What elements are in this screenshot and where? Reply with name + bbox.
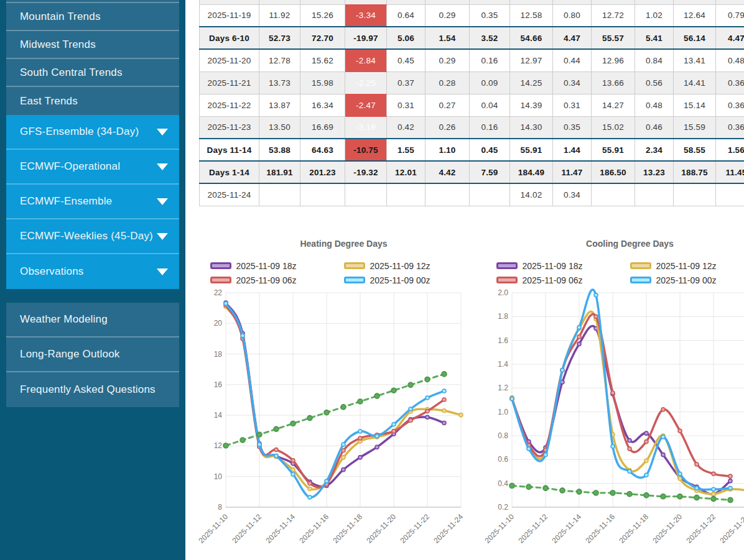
sidebar-item-observations[interactable]: Observations: [6, 254, 179, 289]
x-tick-label: 2025-11-12: [230, 512, 263, 544]
table-cell: 15.98: [300, 71, 345, 94]
table-cell: 4.42: [425, 161, 470, 183]
table-cell: 0.37: [387, 71, 425, 94]
data-point: [628, 438, 631, 442]
table-cell: [553, 0, 592, 4]
data-point: [409, 418, 412, 422]
sidebar-item-weather-modeling[interactable]: Weather Modeling: [6, 303, 179, 337]
departure-cell: -2.84: [345, 49, 387, 71]
table-cell: 0.36: [716, 116, 744, 139]
data-point: [459, 413, 463, 416]
table-cell: 12.72: [592, 4, 635, 27]
sidebar-item-south-central-trends[interactable]: South Central Trends: [6, 59, 179, 87]
legend-item-2025-11-09-12z[interactable]: 2025-11-09 12z: [630, 261, 744, 271]
sidebar-group-1: Mountain TrendsMidwest TrendsSouth Centr…: [6, 3, 179, 115]
legend-item-2025-11-09-00z[interactable]: 2025-11-09 00z: [344, 275, 478, 285]
legend-label: 2025-11-09 12z: [656, 261, 717, 271]
table-cell: 12.01: [387, 161, 425, 183]
table-cell: 0.79: [716, 4, 744, 27]
data-point: [257, 432, 262, 437]
data-point: [577, 325, 581, 329]
sidebar-item-ecmwf-operational[interactable]: ECMWF-Operational: [6, 150, 179, 185]
table-cell: 13.73: [259, 71, 300, 94]
sidebar-item-ecmwf-weeklies-45-day[interactable]: ECMWF-Weeklies (45-Day): [6, 219, 179, 254]
data-point: [442, 371, 447, 376]
sidebar-item-midwest-trends[interactable]: Midwest Trends: [6, 31, 179, 59]
sidebar-item-frequently-asked-questions[interactable]: Frequently Asked Questions: [6, 372, 179, 407]
table-cell: 52.73: [259, 27, 300, 49]
data-point: [341, 404, 346, 409]
svg-text:20: 20: [214, 319, 223, 328]
table-cell: 0.29: [425, 49, 470, 71]
legend-swatch-icon: [344, 262, 365, 269]
data-point: [241, 334, 244, 337]
x-tick-label: 2025-11-22: [398, 512, 431, 544]
table-cell: 13.41: [674, 49, 716, 71]
data-point: [628, 469, 631, 473]
x-tick-label: 2025-11-14: [550, 512, 583, 544]
departure-cell: -2.47: [345, 94, 387, 116]
data-point: [712, 492, 715, 495]
data-point: [291, 472, 295, 476]
sidebar-item-label: ECMWF-Operational: [20, 160, 120, 173]
x-tick-label: 2025-11-18: [617, 512, 650, 544]
sidebar-item-gfs-ensemble-34-day[interactable]: GFS-Ensemble (34-Day): [6, 115, 179, 150]
data-point: [342, 467, 345, 471]
table-cell: 0.04: [470, 94, 510, 116]
legend-item-2025-11-09-18z[interactable]: 2025-11-09 18z: [210, 261, 344, 271]
legend-swatch-icon: [496, 277, 518, 283]
sidebar-item-label: Observations: [20, 265, 84, 278]
legend-swatch-icon: [210, 262, 231, 269]
table-cell: 58.55: [674, 139, 716, 161]
table-cell: 15.59: [674, 116, 716, 139]
table-cell: 0.80: [553, 4, 592, 27]
departure-cell: -3.19: [345, 116, 387, 139]
series-2025-11-09-12z: [510, 311, 744, 496]
sidebar-item-label: East Trends: [20, 95, 78, 108]
data-point: [661, 452, 665, 456]
data-point: [577, 334, 581, 338]
table-cell: 0.56: [635, 71, 674, 94]
departure-cell: -19.32: [345, 161, 387, 183]
table-cell: 0.36: [716, 94, 744, 116]
sidebar-item-mountain-trends[interactable]: Mountain Trends: [6, 3, 179, 31]
data-point: [223, 443, 228, 448]
table-cell: 15.02: [592, 116, 635, 139]
data-point: [442, 408, 446, 412]
row-label-cell: Days 6-10: [200, 27, 259, 49]
legend-label: 2025-11-09 00z: [370, 275, 430, 285]
sidebar-item-east-trends[interactable]: East Trends: [6, 87, 179, 115]
data-point: [392, 429, 396, 433]
x-tick-label: 2025-11-16: [297, 512, 330, 544]
legend-item-2025-11-09-12z[interactable]: 2025-11-09 12z: [344, 261, 478, 271]
table-row: 2025-11-2113.7315.98-2.250.370.280.0914.…: [200, 71, 744, 94]
table-cell: 0.34: [553, 71, 592, 94]
x-tick-label: 2025-11-20: [651, 512, 684, 544]
table-cell: 0.27: [425, 94, 470, 116]
table-summary-row: Days 1-14181.91201.23-19.3212.014.427.59…: [200, 161, 744, 183]
data-point: [661, 434, 665, 438]
data-point: [644, 459, 648, 462]
table-cell: 0.16: [470, 49, 510, 71]
legend-item-2025-11-09-00z[interactable]: 2025-11-09 00z: [630, 275, 744, 285]
legend-swatch-icon: [344, 277, 365, 283]
data-point: [425, 396, 429, 400]
sidebar-item-ecmwf-ensemble[interactable]: ECMWF-Ensemble: [6, 185, 179, 219]
table-cell: 0.31: [387, 94, 425, 116]
svg-text:0.4: 0.4: [498, 479, 508, 487]
table-summary-row: Days 11-1453.8864.63-10.751.551.100.4555…: [200, 139, 744, 161]
chevron-down-icon: [157, 163, 168, 170]
table-cell: 0.28: [425, 71, 470, 94]
table-cell: [259, 183, 300, 206]
table-cell: 0.31: [553, 94, 592, 116]
departure-cell: -3.34: [345, 4, 387, 27]
legend-item-2025-11-09-06z[interactable]: 2025-11-09 06z: [210, 275, 344, 285]
sidebar-group-3: Weather ModelingLong-Range OutlookFreque…: [6, 303, 179, 407]
table-cell: 4.47: [553, 27, 592, 49]
svg-text:1.4: 1.4: [498, 360, 508, 369]
legend-label: 2025-11-09 06z: [236, 275, 297, 285]
legend-item-2025-11-09-06z[interactable]: 2025-11-09 06z: [496, 275, 630, 285]
sidebar-item-long-range-outlook[interactable]: Long-Range Outlook: [6, 337, 179, 372]
data-point: [560, 488, 565, 493]
legend-item-2025-11-09-18z[interactable]: 2025-11-09 18z: [496, 261, 630, 271]
